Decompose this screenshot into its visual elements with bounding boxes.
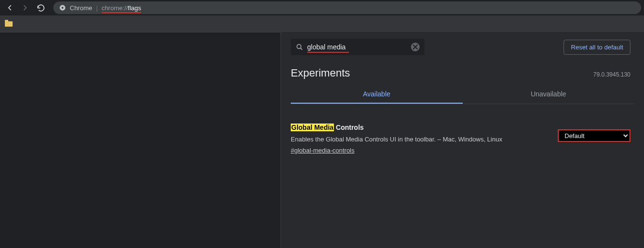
reload-button[interactable] [34,1,47,15]
tab-unavailable[interactable]: Unavailable [463,90,635,104]
svg-line-3 [300,48,302,49]
browser-toolbar: Chrome | chrome://flags [0,0,644,16]
close-icon [413,45,418,49]
address-separator: | [96,4,97,12]
flag-entry: Global Media Controls Enables the Global… [281,104,644,155]
back-button[interactable] [3,1,16,15]
address-bar[interactable]: Chrome | chrome://flags [53,1,641,14]
flags-search-box[interactable] [291,39,424,55]
forward-button[interactable] [18,1,32,15]
address-url: chrome://flags [102,4,141,12]
search-icon [296,43,303,51]
page-title: Experiments [291,67,350,79]
tab-available[interactable]: Available [291,90,463,104]
flags-page: Reset all to default Experiments 79.0.39… [281,32,644,248]
flag-description: Enables the Global Media Controls UI in … [291,135,548,144]
flags-tabs: Available Unavailable [281,81,644,104]
svg-point-1 [62,7,63,9]
flag-title-highlight: Global Media [291,124,334,131]
chrome-version: 79.0.3945.130 [593,71,630,78]
bookmarks-bar [0,16,644,32]
address-context: Chrome [70,4,92,12]
left-empty-pane [0,32,281,248]
reset-all-button[interactable]: Reset all to default [564,40,630,55]
flag-anchor-link[interactable]: #global-media-controls [291,146,355,155]
bookmark-folder-icon[interactable] [5,20,13,27]
flag-title: Global Media Controls [291,123,548,133]
flags-search-input[interactable] [307,43,407,51]
clear-search-button[interactable] [411,43,420,51]
flag-state-select[interactable]: Default [558,129,630,142]
site-icon [59,4,66,11]
